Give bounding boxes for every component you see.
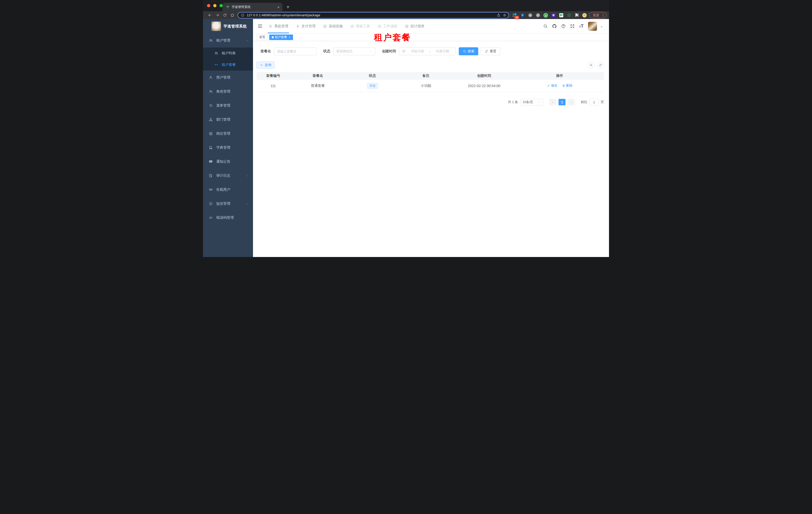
sidebar-item-短信管理[interactable]: 短信管理	[203, 197, 253, 211]
browser-menu-dots-icon[interactable]	[601, 13, 605, 17]
green-chat-extension-icon[interactable]	[558, 12, 564, 18]
yen-icon	[296, 24, 300, 28]
url-text[interactable]: 127.0.0.1:48080/admin-ui/system/tenant/p…	[247, 13, 494, 17]
puzzle-extension-icon[interactable]	[574, 12, 579, 18]
org-icon	[209, 117, 213, 121]
sidebar-item-租户管理[interactable]: 租户管理	[203, 33, 253, 48]
show-search-toggle-button[interactable]	[587, 61, 594, 69]
sidebar-item-租户列表[interactable]: 租户列表	[203, 48, 253, 59]
window-zoom-button[interactable]	[220, 4, 223, 7]
tag-首页[interactable]: 首页	[257, 34, 268, 40]
delete-link[interactable]: 删除	[562, 83, 573, 88]
goto-page-input-field[interactable]	[590, 100, 598, 104]
github-icon[interactable]	[552, 24, 557, 29]
sidebar-item-菜单管理[interactable]: 菜单管理	[203, 99, 253, 113]
user-avatar[interactable]	[588, 22, 597, 31]
reset-button-label: 重置	[490, 49, 496, 54]
sidebar-item-审计日志[interactable]: 审计日志	[203, 169, 253, 183]
package-name-input-field[interactable]	[277, 50, 314, 53]
sidebar-item-岗位管理[interactable]: 岗位管理	[203, 127, 253, 141]
site-info-icon[interactable]	[241, 13, 244, 17]
plus-icon	[260, 63, 263, 67]
search-button[interactable]: 搜索	[459, 47, 478, 55]
sidebar-menu: 租户管理租户列表租户套餐用户管理角色管理菜单管理部门管理岗位管理字典管理通知公告…	[203, 33, 253, 257]
package-name-input[interactable]	[274, 47, 317, 55]
address-bar[interactable]: 127.0.0.1:48080/admin-ui/system/tenant/p…	[237, 12, 509, 19]
top-nav-item-统计报表[interactable]: 统计报表	[401, 19, 428, 33]
page-size-select[interactable]: 10条/页	[520, 99, 543, 105]
top-nav-item-支付管理[interactable]: 支付管理	[292, 19, 319, 33]
share-icon[interactable]	[497, 13, 500, 17]
green-star-extension-icon[interactable]	[566, 12, 572, 18]
sidebar-item-通知公告[interactable]: 通知公告	[203, 155, 253, 169]
logo-avatar	[211, 22, 221, 31]
sidebar-item-label: 审计日志	[216, 173, 230, 178]
back-icon[interactable]	[206, 12, 213, 19]
edit-link[interactable]: 修改	[547, 83, 557, 88]
sidebar-item-字典管理[interactable]: 字典管理	[203, 141, 253, 155]
status-select[interactable]: 请选择状态	[333, 47, 375, 55]
app-header: 系统管理支付管理基础设施研发工具工作流程统计报表 TT	[253, 19, 609, 33]
cell-package-name: 普通套餐	[290, 84, 346, 88]
date-range-picker[interactable]: 开始日期 - 结束日期	[399, 47, 456, 55]
caret-down-icon[interactable]	[600, 25, 603, 28]
table-header-cell: 状态	[346, 74, 399, 78]
home-icon[interactable]	[229, 12, 236, 19]
table-header-cell: 操作	[516, 74, 604, 78]
search-icon[interactable]	[543, 24, 548, 29]
tag-租户套餐[interactable]: 租户套餐×	[269, 34, 293, 40]
command-extension-icon[interactable]: ⌘	[527, 12, 533, 18]
sidebar-item-租户套餐[interactable]: 租户套餐	[203, 59, 253, 71]
y-green-extension-icon[interactable]: y	[543, 12, 548, 18]
sidebar-item-错误码管理[interactable]: 错误码管理	[203, 211, 253, 225]
app-title: 芋道管理系统	[224, 24, 247, 29]
goto-label: 前往	[581, 100, 587, 104]
cell-status: 开启	[346, 83, 399, 89]
reload-icon[interactable]	[221, 12, 229, 19]
next-page-button[interactable]: ›	[568, 99, 575, 105]
fullscreen-icon[interactable]	[570, 24, 575, 29]
tab-close-icon[interactable]: ×	[277, 5, 280, 9]
add-button[interactable]: 新增	[257, 61, 274, 69]
create-time-label: 创建时间	[382, 49, 396, 54]
top-nav-item-基础设施[interactable]: 基础设施	[319, 19, 347, 33]
window-minimize-button[interactable]	[213, 4, 216, 7]
purple-shield-extension-icon[interactable]	[551, 12, 556, 18]
active-tag-dot	[272, 36, 274, 38]
refresh-table-button[interactable]	[597, 61, 604, 69]
blue-diamond-extension-icon[interactable]: 10	[512, 12, 517, 18]
font-size-icon: TT	[579, 24, 584, 28]
reset-button[interactable]: 重置	[481, 47, 500, 55]
status-badge: 开启	[367, 83, 378, 89]
page-size-value: 10条/页	[522, 100, 533, 104]
emoji-profile-icon[interactable]	[582, 12, 587, 18]
help-icon[interactable]	[561, 24, 566, 29]
sidebar-collapse-icon[interactable]	[258, 24, 263, 29]
tags-view-bar: 首页租户套餐×	[253, 33, 609, 41]
prev-page-button[interactable]: ‹	[549, 99, 556, 105]
search-form: 套餐名 状态 请选择状态 创建时间 开始日期 - 结束日期	[261, 47, 604, 55]
blue-gem-extension-icon[interactable]	[520, 12, 525, 18]
green-dot-extension-icon[interactable]	[535, 12, 541, 18]
sidebar-item-角色管理[interactable]: 角色管理	[203, 85, 253, 99]
tag-close-icon[interactable]: ×	[289, 35, 290, 39]
forward-icon[interactable]	[213, 12, 221, 19]
sidebar-logo[interactable]: 芋道管理系统	[203, 19, 253, 33]
sidebar-item-用户管理[interactable]: 用户管理	[203, 71, 253, 85]
font-size-icon[interactable]: TT	[579, 24, 584, 29]
top-nav-item-工作流程[interactable]: 工作流程	[374, 19, 401, 33]
goto-page-input[interactable]	[589, 99, 599, 105]
top-nav-item-系统管理[interactable]: 系统管理	[265, 19, 292, 33]
sidebar-item-在线用户[interactable]: 在线用户	[203, 183, 253, 197]
sidebar-item-部门管理[interactable]: 部门管理	[203, 113, 253, 127]
browser-update-button[interactable]: 更新	[589, 12, 607, 18]
table-row[interactable]: 111普通套餐开启小功能2022-02-22 00:54:00修改删除	[257, 80, 604, 92]
top-nav-item-研发工具[interactable]: 研发工具	[347, 19, 374, 33]
window-close-button[interactable]	[207, 4, 210, 7]
page-1-button[interactable]: 1	[558, 99, 566, 105]
table-header-cell: 套餐名	[290, 74, 346, 78]
new-tab-button[interactable]: +	[287, 4, 290, 9]
data-table: 套餐编号套餐名状态备注创建时间操作 111普通套餐开启小功能2022-02-22…	[257, 72, 604, 92]
bookmark-star-icon[interactable]	[503, 13, 506, 17]
browser-tab[interactable]: 芋道管理系统 ×	[223, 3, 283, 11]
